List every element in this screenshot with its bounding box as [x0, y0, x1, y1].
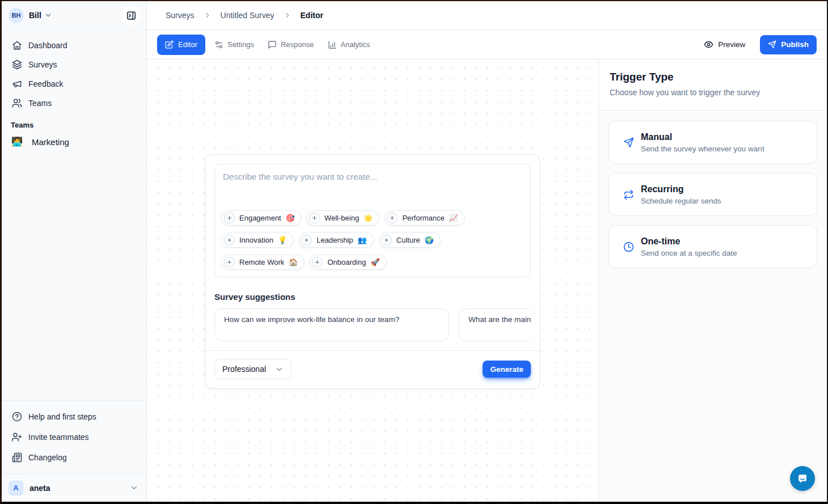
tab-analytics[interactable]: Analytics [323, 35, 375, 55]
trigger-type-panel: Trigger Type Choose how you want to trig… [599, 60, 827, 502]
users-icon [12, 98, 22, 108]
team-label: Marketing [32, 137, 69, 147]
trigger-option-manual[interactable]: Manual Send the survey whenever you want [609, 121, 817, 164]
sidebar-spacer [2, 151, 146, 400]
tone-select[interactable]: Professional [214, 359, 292, 379]
sidebar-item-surveys[interactable]: Surveys [6, 55, 142, 74]
sidebar-item-label: Surveys [28, 60, 57, 69]
breadcrumb-surveys[interactable]: Surveys [166, 11, 195, 20]
tab-editor[interactable]: Editor [157, 35, 205, 55]
user-menu[interactable]: A aneta [2, 473, 146, 502]
generate-button[interactable]: Generate [483, 361, 531, 378]
publish-button[interactable]: Publish [760, 35, 817, 54]
chevron-down-icon [275, 365, 284, 374]
team-emoji: 🧑‍💻 [11, 137, 23, 146]
sidebar-item-label: Teams [28, 99, 52, 108]
sidebar-collapse-button[interactable] [121, 6, 141, 25]
trigger-option-recurring[interactable]: Recurring Schedule regular sends [609, 173, 817, 216]
user-avatar: A [9, 481, 23, 495]
plus-icon [224, 213, 235, 223]
remote-work-emoji: 🏠 [289, 259, 298, 266]
survey-composer-card: Describe the survey you want to create..… [205, 154, 540, 389]
innovation-emoji: 💡 [278, 236, 287, 244]
sidebar-item-changelog[interactable]: Changelog [6, 447, 142, 468]
layers-icon [12, 60, 22, 70]
sidebar-item-label: Help and first steps [28, 412, 96, 421]
main-area: Surveys Untitled Survey Editor Editor [147, 1, 827, 502]
sidebar-nav: Dashboard Surveys Feedback Teams [2, 30, 146, 113]
panel-toggle-icon [126, 10, 137, 21]
repeat-icon [623, 189, 634, 200]
plus-icon [312, 257, 323, 268]
newspaper-icon [12, 452, 22, 463]
well-being-emoji: 🌟 [364, 214, 373, 222]
breadcrumb-untitled-survey[interactable]: Untitled Survey [221, 11, 274, 20]
workspace-avatar: BH [9, 8, 24, 23]
sidebar-item-label: Changelog [28, 453, 67, 462]
message-square-icon [268, 40, 277, 49]
panel-subtitle: Choose how you want to trigger the surve… [610, 88, 813, 97]
survey-prompt-input[interactable]: Describe the survey you want to create..… [214, 164, 531, 277]
toolbar-actions: Preview Publish [704, 35, 817, 54]
topic-chip-culture[interactable]: Culture🌍 [378, 232, 441, 248]
megaphone-icon [12, 79, 22, 89]
sidebar-item-invite[interactable]: Invite teammates [6, 427, 142, 447]
plus-icon [224, 235, 235, 245]
app-window: BH Bill Dashboard Surv [0, 0, 828, 504]
sidebar-item-marketing[interactable]: 🧑‍💻 Marketing [2, 132, 146, 151]
sidebar-item-help[interactable]: Help and first steps [6, 406, 142, 427]
user-name: aneta [29, 484, 50, 493]
topic-chip-remote-work[interactable]: Remote Work🏠 [221, 255, 305, 270]
plus-icon [381, 235, 392, 245]
content-row: Describe the survey you want to create..… [147, 60, 827, 502]
topic-chip-engagement[interactable]: Engagement🎯 [221, 210, 302, 226]
tone-value: Professional [222, 365, 266, 374]
suggestion-card[interactable]: How can we improve work-life balance in … [214, 308, 449, 341]
sidebar-item-label: Dashboard [28, 41, 67, 50]
chat-launcher-button[interactable] [790, 466, 815, 491]
topic-chip-onboarding[interactable]: Onboarding🚀 [309, 255, 386, 270]
suggestion-card[interactable]: What are the main ob [459, 308, 531, 341]
topic-chip-well-being[interactable]: Well-being🌟 [306, 210, 379, 226]
performance-emoji: 📈 [449, 214, 458, 222]
plus-icon [387, 213, 398, 223]
sidebar-footer-nav: Help and first steps Invite teammates Ch… [2, 400, 146, 473]
sidebar-item-teams[interactable]: Teams [6, 94, 142, 113]
tab-response[interactable]: Response [263, 35, 319, 55]
user-plus-icon [12, 432, 22, 442]
tab-settings[interactable]: Settings [210, 35, 259, 55]
topic-chip-innovation[interactable]: Innovation💡 [221, 232, 294, 248]
clock-icon [623, 242, 634, 252]
workspace-name: Bill [29, 11, 41, 20]
sidebar: BH Bill Dashboard Surv [2, 1, 147, 502]
workspace-switcher[interactable]: BH Bill [2, 1, 146, 30]
engagement-emoji: 🎯 [286, 214, 295, 222]
sidebar-item-dashboard[interactable]: Dashboard [6, 36, 142, 55]
sliders-icon [214, 40, 223, 49]
chevron-down-icon [44, 11, 52, 19]
teams-section-label: Teams [2, 113, 146, 132]
breadcrumb-editor: Editor [301, 11, 323, 20]
editor-canvas[interactable]: Describe the survey you want to create..… [147, 60, 599, 502]
help-circle-icon [12, 412, 22, 422]
topic-chip-leadership[interactable]: Leadership👥 [298, 232, 374, 248]
culture-emoji: 🌍 [425, 236, 434, 244]
preview-button[interactable]: Preview [704, 40, 745, 49]
chevron-down-icon [130, 484, 138, 492]
chat-bubble-icon [796, 472, 809, 485]
sidebar-item-feedback[interactable]: Feedback [6, 74, 142, 94]
chevron-right-icon [284, 11, 292, 19]
plus-icon [301, 235, 312, 245]
pencil-square-icon [165, 40, 174, 49]
sidebar-item-label: Feedback [28, 79, 63, 88]
send-icon [623, 137, 634, 148]
bar-chart-icon [328, 40, 337, 49]
topic-chip-performance[interactable]: Performance📈 [384, 210, 465, 226]
send-icon [768, 40, 776, 49]
breadcrumb: Surveys Untitled Survey Editor [147, 1, 827, 30]
suggestions-title: Survey suggestions [214, 292, 531, 302]
composer-footer: Professional Generate [205, 350, 540, 388]
trigger-option-one-time[interactable]: One-time Send once at a specific date [609, 225, 817, 268]
topic-chips: Engagement🎯 Well-being🌟 Performance📈 [221, 210, 524, 270]
onboarding-emoji: 🚀 [370, 259, 379, 266]
